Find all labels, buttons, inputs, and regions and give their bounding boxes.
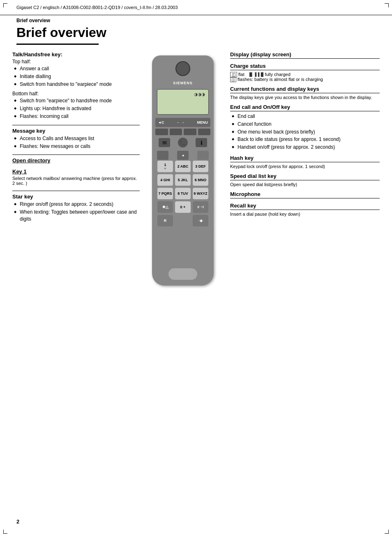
phone-bottom-oval xyxy=(168,268,197,280)
phone-envelope-btn: ✉ xyxy=(159,138,170,147)
key-0: 0 + xyxy=(175,201,191,213)
star-key-section: Star key Ringer on/off (press for approx… xyxy=(12,194,140,222)
phone-keypad: 1∞ 2 ABC 3 DEF 4 GHI 5 JKL 6 MNO 7 PQRS … xyxy=(156,161,210,228)
bullet-item: Lights up: Handsfree is activated xyxy=(14,105,140,112)
current-functions-section: Current functions and display keys The d… xyxy=(230,86,380,100)
bottom-half-bullets: Switch from "earpiece" to handsfree mode… xyxy=(12,97,140,120)
phone-softkeys xyxy=(155,129,210,135)
bullet-item: End call xyxy=(232,113,380,120)
message-key-bullets: Access to Calls and Messages list Flashe… xyxy=(12,135,140,150)
current-functions-title: Current functions and display keys xyxy=(230,86,380,93)
recall-key-title: Recall key xyxy=(230,203,380,210)
battery-flash-icon: ◫ xyxy=(230,77,236,82)
bullet-item: Ringer on/off (press for approx. 2 secon… xyxy=(14,201,140,208)
message-key-title: Message key xyxy=(12,128,140,134)
nav-bar-menu: MENU xyxy=(197,120,208,124)
phone-body: SIEMENS ◑◑◑ ◄C ← → MENU ✉ 📞 ℹ xyxy=(152,55,214,286)
talk-key-title: Talk/Handsfree key: xyxy=(12,51,140,58)
bullet-item: One menu level back (press briefly) xyxy=(232,129,380,136)
open-directory-title: Open directory xyxy=(12,157,140,164)
star-key-title: Star key xyxy=(12,194,140,200)
key-special: ·◈ xyxy=(193,215,208,226)
hash-key-text: Keypad lock on/off (press for approx. 1 … xyxy=(230,164,380,169)
left-column: Talk/Handsfree key: Top half: Answer a c… xyxy=(12,51,140,286)
top-half-bullets: Answer a call Initiate dialling Switch f… xyxy=(12,65,140,88)
key-2: 2 ABC xyxy=(175,161,191,172)
end-call-section: End call and On/Off key End call Cancel … xyxy=(230,104,380,151)
bullet-item: Cancel function xyxy=(232,121,380,128)
page-header: Gigaset C2 / englisch / A31008-C002-B001… xyxy=(0,0,392,15)
section-label: Brief overview xyxy=(0,15,392,24)
current-functions-text: The display keys give you access to the … xyxy=(230,95,380,100)
message-key-section: Message key Access to Calls and Messages… xyxy=(12,128,140,150)
key-1: 1∞ xyxy=(157,161,173,172)
microphone-section: Microphone xyxy=(230,191,380,198)
end-call-bullets: End call Cancel function One menu level … xyxy=(230,113,380,151)
bullet-item: Switch from handsfree to "earpiece" mode xyxy=(14,81,140,88)
bullet-item: Flashes: Incoming call xyxy=(14,113,140,120)
key-3: 3 DEF xyxy=(193,161,208,172)
key-hash: # ⊣ xyxy=(193,201,208,213)
keypad-row-3: 7 PQRS 8 TUV 9 WXYZ xyxy=(156,188,210,199)
func-btn-2: ◄ xyxy=(177,151,189,160)
charge-flash-text: ◫ flashes: battery is almost flat or is … xyxy=(230,77,380,82)
top-half-label: Top half: xyxy=(12,59,140,65)
phone-display: ◑◑◑ xyxy=(157,89,209,115)
display-title: Display (display screen) xyxy=(230,51,380,59)
key-5: 5 JKL xyxy=(175,174,191,186)
key-star: ✱△ xyxy=(157,201,173,213)
func-btn-1 xyxy=(157,151,168,160)
softkey-mid xyxy=(170,129,182,135)
phone-graphic-column: SIEMENS ◑◑◑ ◄C ← → MENU ✉ 📞 ℹ xyxy=(144,51,222,286)
bullet-item: Flashes: New messages or calls xyxy=(14,143,140,150)
softkey-right xyxy=(184,129,196,135)
key1-section: Key 1 Select network mailbox/ answering … xyxy=(12,168,140,186)
microphone-title: Microphone xyxy=(230,191,380,198)
bullet-item: When texting: Toggles between upper/lowe… xyxy=(14,209,140,223)
softkey-left xyxy=(155,129,168,135)
hash-key-title: Hash key xyxy=(230,155,380,162)
func-btn-3 xyxy=(197,151,209,160)
bullet-item: Back to idle status (press for approx. 1… xyxy=(232,136,380,143)
key-7: 7 PQRS xyxy=(157,188,173,199)
charge-status-section: Charge status ◫ flat ▐▌▌▌ fully charged … xyxy=(230,63,380,82)
speed-dial-section: Speed dial list key Open speed dial list… xyxy=(230,173,380,187)
content-area: Talk/Handsfree key: Top half: Answer a c… xyxy=(0,51,392,286)
header-text: Gigaset C2 / englisch / A31008-C002-B001… xyxy=(16,5,178,10)
key1-title: Key 1 xyxy=(12,168,140,175)
keypad-row-4: ✱△ 0 + # ⊣ xyxy=(156,201,210,213)
display-icon: ◑◑◑ xyxy=(194,92,205,97)
speed-dial-text: Open speed dial list(press briefly) xyxy=(230,182,380,187)
key-6: 6 MNO xyxy=(193,174,208,186)
page-title: Brief overview xyxy=(0,24,123,44)
end-call-title: End call and On/Off key xyxy=(230,104,380,111)
func-row: ◄ xyxy=(157,151,209,160)
speed-dial-title: Speed dial list key xyxy=(230,173,380,180)
key-r: R xyxy=(157,215,173,226)
keypad-row-5: R ·◈ xyxy=(156,215,210,226)
phone-brand: SIEMENS xyxy=(173,81,193,85)
phone-call-btn: 📞 xyxy=(178,138,188,148)
bullet-item: Initiate dialling xyxy=(14,73,140,80)
phone-info-btn: ℹ xyxy=(196,138,207,147)
phone-action-row: ✉ 📞 ℹ xyxy=(159,138,207,148)
phone-top-button xyxy=(175,61,190,76)
page-number: 2 xyxy=(16,519,19,525)
nav-bar-arrows: ← → xyxy=(176,120,185,124)
phone-nav-bar: ◄C ← → MENU xyxy=(155,118,210,127)
star-key-bullets: Ringer on/off (press for approx. 2 secon… xyxy=(12,201,140,222)
charge-status-title: Charge status xyxy=(230,63,380,70)
bullet-item: Switch from "earpiece" to handsfree mode xyxy=(14,97,140,104)
key-8: 8 TUV xyxy=(175,188,191,199)
key-9: 9 WXYZ xyxy=(193,188,208,199)
bullet-item: Handset on/off (press for approx. 2 seco… xyxy=(232,144,380,151)
key1-text: Select network mailbox/ answering machin… xyxy=(12,176,140,186)
talk-handsfree-section: Talk/Handsfree key: Top half: Answer a c… xyxy=(12,51,140,120)
bottom-half-label: Bottom half: xyxy=(12,91,140,97)
key-4: 4 GHI xyxy=(157,174,173,186)
nav-bar-text: ◄C xyxy=(158,120,164,124)
charge-status-flat: ◫ flat ▐▌▌▌ fully charged xyxy=(230,72,380,77)
softkey-far-right xyxy=(198,129,211,135)
recall-key-text: Insert a dial pause (hold key down) xyxy=(230,212,380,217)
keypad-row-1: 1∞ 2 ABC 3 DEF xyxy=(156,161,210,172)
